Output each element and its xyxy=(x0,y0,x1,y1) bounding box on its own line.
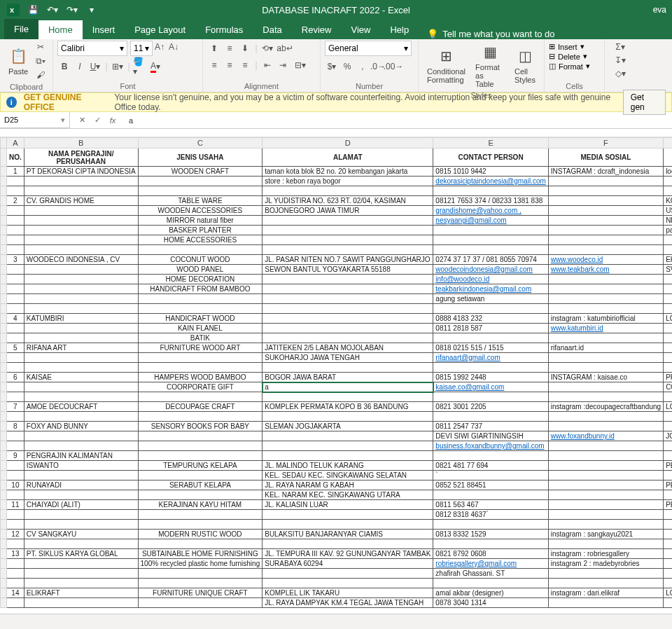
table-row[interactable]: 1PT DEKORASI CIPTA INDONESIAWOODEN CRAFT… xyxy=(1,167,673,177)
decrease-decimal-icon[interactable]: .00→ xyxy=(386,60,400,73)
table-row[interactable]: agung setiawan xyxy=(1,294,673,304)
comma-icon[interactable]: , xyxy=(356,60,370,73)
fill-color-icon[interactable]: 🪣▾ xyxy=(133,60,147,73)
font-name-select[interactable]: Calibri▾ xyxy=(57,41,127,56)
decrease-font-icon[interactable]: A↓ xyxy=(167,41,181,53)
borders-icon[interactable]: ⊞▾ xyxy=(111,60,125,73)
table-row[interactable]: WOOD PANELSEWON BANTUL YOGYAKARTA 55188w… xyxy=(1,265,673,275)
table-row[interactable] xyxy=(1,363,673,373)
fx-icon[interactable]: fx xyxy=(106,116,119,125)
table-row[interactable]: 10RUNAYADISERABUT KELAPAJL. RAYA NARAM G… xyxy=(1,481,673,490)
tab-view[interactable]: View xyxy=(341,20,380,39)
table-row[interactable]: COORPORATE GIFTakaisae.co@gmail.comCOLAB… xyxy=(1,382,673,392)
percent-icon[interactable]: % xyxy=(340,60,354,73)
worksheet-grid[interactable]: ABCDEFG NO.NAMA PENGRAJIN/ PERUSAHAANJEN… xyxy=(0,137,672,614)
table-row[interactable]: business.foxandbunny@gmail.com xyxy=(1,441,673,451)
column-headers[interactable]: ABCDEFG xyxy=(1,138,673,148)
table-row[interactable]: HOME ACCESSORIES xyxy=(1,235,673,245)
align-bottom-icon[interactable]: ⬇ xyxy=(238,42,252,55)
table-row[interactable]: 5RIFANA ARTFURNITURE WOOD ARTJATITEKEN 2… xyxy=(1,343,673,353)
tab-insert[interactable]: Insert xyxy=(83,20,125,39)
table-row[interactable]: MIRROR natural fibernesyaangi@gmail.comN… xyxy=(1,216,673,226)
copy-icon[interactable]: ⧉▾ xyxy=(34,55,48,67)
table-row[interactable] xyxy=(1,520,673,530)
table-row[interactable]: BATIK xyxy=(1,333,673,343)
table-row[interactable]: HOME DECORATIONinfo@woodeco.id xyxy=(1,275,673,284)
redo-icon[interactable]: ↷▾ xyxy=(63,1,81,18)
format-painter-icon[interactable]: 🖌 xyxy=(34,69,48,81)
tab-home[interactable]: Home xyxy=(38,20,83,39)
table-row[interactable]: 12CV SANGKAYUMODERN RUSTIC WOODBULAKSITU… xyxy=(1,530,673,539)
sheet-tab-bar[interactable] xyxy=(0,614,672,629)
table-row[interactable] xyxy=(1,412,673,422)
table-row[interactable]: 13PT. SIKLUS KARYA GLOBALSUBTAINABLE HOM… xyxy=(1,549,673,559)
table-row[interactable]: store : kebon raya bogordekorasiciptaind… xyxy=(1,177,673,186)
number-format-select[interactable]: General▾ xyxy=(325,41,412,56)
table-row[interactable] xyxy=(1,392,673,402)
cut-icon[interactable]: ✂ xyxy=(34,41,48,53)
increase-indent-icon[interactable]: ⇥ xyxy=(276,59,290,71)
get-genuine-button[interactable]: Get gen xyxy=(623,90,666,115)
table-row[interactable]: 2CV. GRANDIS HOMETABLE WAREJL YUDISTIRA … xyxy=(1,196,673,206)
table-row[interactable]: 7AMOE DECOUCRAFTDECOUPAGE CRAFTKOMPLEK P… xyxy=(1,402,673,412)
table-row[interactable]: 0812 8318 4637` xyxy=(1,510,673,520)
currency-icon[interactable]: $▾ xyxy=(325,60,339,73)
save-icon[interactable]: 💾 xyxy=(24,1,42,18)
table-row[interactable]: JL. RAYA DAMPYAK KM.4 TEGAL JAWA TENGAH0… xyxy=(1,598,673,608)
table-row[interactable]: 9PENGRAJIN KALIMANTAN xyxy=(1,451,673,461)
table-row[interactable] xyxy=(1,579,673,588)
tab-page-layout[interactable]: Page Layout xyxy=(125,20,195,39)
cancel-icon[interactable]: ✕ xyxy=(76,116,88,125)
table-row[interactable]: HANDICRAFT FROM BAMBOOteakbarkindonesia@… xyxy=(1,284,673,294)
tab-data[interactable]: Data xyxy=(253,20,291,39)
table-row[interactable]: KEL. NARAM KEC. SINGKAWANG UTARA xyxy=(1,490,673,500)
table-row[interactable]: SUKOHARJO JAWA TENGAHrifanaart@gmail.com xyxy=(1,353,673,363)
enter-icon[interactable]: ✓ xyxy=(91,116,104,125)
format-as-table-button[interactable]: ▦Format as Table xyxy=(471,41,509,90)
conditional-formatting-button[interactable]: ⊞Conditional Formatting xyxy=(423,45,470,85)
name-box[interactable]: D25▾ xyxy=(0,112,70,128)
table-row[interactable]: KAIN FLANEL0811 2818 587www.katumbiri.id xyxy=(1,324,673,333)
decrease-indent-icon[interactable]: ⇤ xyxy=(260,59,274,71)
qat-customize-icon[interactable]: ▾ xyxy=(83,1,101,18)
insert-cells-button[interactable]: ⊞Insert▾ xyxy=(549,42,584,51)
align-middle-icon[interactable]: ≡ xyxy=(223,42,237,55)
tab-review[interactable]: Review xyxy=(292,20,342,39)
table-row[interactable]: KEL. SEDAU KEC. SINGKAWANG SELATAN` xyxy=(1,471,673,481)
table-row[interactable]: 11CHAIYADI (ALIT)KERAJINAN KAYU HITAMJL.… xyxy=(1,500,673,510)
table-row[interactable]: 14ELIKRAFTFURNITURE UNIQUE CRAFTKOMPLEL … xyxy=(1,588,673,598)
paste-button[interactable]: 📋 Paste xyxy=(4,45,32,77)
bold-icon[interactable]: B xyxy=(57,60,71,73)
table-row[interactable]: BASKER PLANTERpayment TT/ LC xyxy=(1,226,673,235)
autosum-icon[interactable]: Σ▾ xyxy=(613,41,627,53)
tell-me[interactable]: 💡 Tell me what you want to do xyxy=(419,29,563,39)
font-size-select[interactable]: 11▾ xyxy=(130,41,153,56)
align-left-icon[interactable]: ≡ xyxy=(207,59,221,71)
tab-formulas[interactable]: Formulas xyxy=(195,20,253,39)
table-row[interactable]: ISWANTOTEMPURUNG KELAPAJL. MALINDO TELUK… xyxy=(1,461,673,471)
font-color-icon[interactable]: A▾ xyxy=(148,60,162,73)
table-row[interactable] xyxy=(1,245,673,255)
orientation-icon[interactable]: ⟲▾ xyxy=(260,42,274,55)
table-row[interactable]: DEVI SIWI GIARTININGSIHwww.foxandbunny.i… xyxy=(1,431,673,441)
wrap-text-icon[interactable]: ab↵ xyxy=(276,42,294,55)
tab-help[interactable]: Help xyxy=(380,20,419,39)
tab-file[interactable]: File xyxy=(4,19,38,39)
table-row[interactable]: 6KAISAEHAMPERS WOOD BAMBOOBOGOR JAWA BAR… xyxy=(1,373,673,382)
underline-icon[interactable]: U▾ xyxy=(88,60,102,73)
align-top-icon[interactable]: ⬆ xyxy=(207,42,221,55)
table-row[interactable]: 8FOXY AND BUNNYSENSORY BOOKS FOR BABYSLE… xyxy=(1,422,673,431)
fill-icon[interactable]: ↧▾ xyxy=(613,54,627,67)
table-row[interactable] xyxy=(1,539,673,549)
cell-styles-button[interactable]: ◫Cell Styles xyxy=(510,45,540,85)
table-row[interactable]: 3WOODECO INDONESIA , CVCOCONUT WOODJL. P… xyxy=(1,255,673,265)
table-row[interactable]: 4KATUMBIRIHANDICRAFT WOOD0888 4183 232in… xyxy=(1,314,673,324)
increase-font-icon[interactable]: A↑ xyxy=(153,41,167,53)
italic-icon[interactable]: I xyxy=(73,60,87,73)
delete-cells-button[interactable]: ⊟Delete▾ xyxy=(549,52,587,61)
format-cells-button[interactable]: ◫Format▾ xyxy=(549,62,590,71)
table-row[interactable] xyxy=(1,186,673,196)
table-row[interactable]: WOODEN ACCESSORIESBOJONEGORO JAWA TIMURg… xyxy=(1,206,673,216)
undo-icon[interactable]: ↶▾ xyxy=(43,1,62,18)
clear-icon[interactable]: ◇▾ xyxy=(613,67,627,80)
